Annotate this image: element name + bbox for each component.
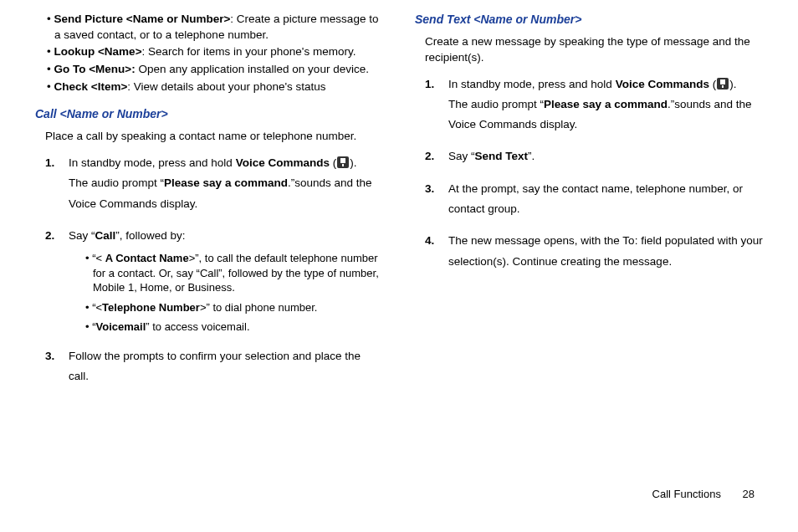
q: “< xyxy=(92,252,105,264)
term-lookup: Lookup <Name> xyxy=(54,45,141,58)
text: Say “ xyxy=(448,150,475,162)
svg-rect-4 xyxy=(720,79,725,84)
sendtext-steps: 1. In standby mode, press and hold Voice… xyxy=(415,74,763,272)
voice-commands-icon xyxy=(716,77,729,90)
term-send-picture: Send Picture <Name or Number> xyxy=(54,13,230,25)
text: The audio prompt “ xyxy=(448,98,544,110)
step-number: 3. xyxy=(425,179,434,199)
term: Telephone Number xyxy=(102,301,200,314)
step-3: 3. At the prompt, say the contact name, … xyxy=(448,179,763,220)
paren-close: ). xyxy=(729,78,736,90)
page-footer: Call Functions 28 xyxy=(652,488,755,500)
step-1: 1. In standby mode, press and hold Voice… xyxy=(448,74,763,136)
q: “< xyxy=(92,301,102,314)
command-text: Please say a command xyxy=(544,98,668,110)
term: Voicemail xyxy=(96,320,146,333)
rest: ” to access voicemail. xyxy=(146,320,249,333)
step-number: 3. xyxy=(45,346,54,366)
list-item: Send Picture <Name or Number>: Create a … xyxy=(47,12,383,43)
top-bullet-list: Send Picture <Name or Number>: Create a … xyxy=(35,12,383,95)
svg-rect-1 xyxy=(340,158,345,163)
voice-commands-label: Voice Commands xyxy=(236,156,330,169)
heading-send-text: Send Text <Name or Number> xyxy=(415,12,763,28)
call-steps: 1. In standby mode, press and hold Voice… xyxy=(35,153,383,387)
list-item: Go To <Menu>: Open any application insta… xyxy=(47,62,383,78)
heading-call: Call <Name or Number> xyxy=(35,106,383,122)
send-text-label: Send Text xyxy=(475,150,529,162)
lead-send-text: Create a new message by speaking the typ… xyxy=(425,34,763,65)
text: ”, followed by: xyxy=(115,229,185,242)
text: In standby mode, press and hold xyxy=(448,78,616,90)
term: A Contact Name xyxy=(105,252,189,264)
list-item: “Voicemail” to access voicemail. xyxy=(85,320,383,335)
step-number: 2. xyxy=(45,226,54,246)
term-check: Check <Item> xyxy=(54,80,127,93)
desc: : Search for items in your phone's memor… xyxy=(142,45,356,58)
list-item: “< A Contact Name>”, to call the default… xyxy=(85,251,383,295)
left-column: Send Picture <Name or Number>: Create a … xyxy=(35,10,383,399)
paren-open: ( xyxy=(330,156,336,169)
step-2: 2. Say “Send Text”. xyxy=(448,146,763,166)
right-column: Send Text <Name or Number> Create a new … xyxy=(415,10,763,399)
text: The audio prompt “ xyxy=(69,176,164,189)
step-3: 3. Follow the prompts to confirm your se… xyxy=(69,346,383,387)
text: In standby mode, press and hold xyxy=(69,156,236,169)
step-number: 2. xyxy=(425,146,434,166)
paren-close: ). xyxy=(350,156,356,169)
text: Follow the prompts to confirm your selec… xyxy=(69,350,361,382)
call-label: Call xyxy=(95,229,116,242)
voice-commands-icon xyxy=(336,156,350,169)
step-2: 2. Say “Call”, followed by: “< A Contact… xyxy=(69,226,383,335)
step-number: 1. xyxy=(45,153,54,173)
list-item: “<Telephone Number>” to dial phone numbe… xyxy=(85,300,383,315)
term-goto: Go To <Menu>: xyxy=(54,63,135,75)
lead-call: Place a call by speaking a contact name … xyxy=(45,129,383,145)
text: ”. xyxy=(528,150,535,162)
voice-commands-label: Voice Commands xyxy=(616,78,709,90)
svg-rect-5 xyxy=(722,85,724,88)
paren-open: ( xyxy=(709,78,716,90)
footer-section: Call Functions xyxy=(652,488,721,500)
page-content: Send Picture <Name or Number>: Create a … xyxy=(0,0,798,399)
footer-page-number: 28 xyxy=(743,488,755,500)
text: Say “ xyxy=(69,229,95,242)
call-sub-bullets: “< A Contact Name>”, to call the default… xyxy=(69,251,383,335)
step-4: 4. The new message opens, with the To: f… xyxy=(448,231,763,272)
command-text: Please say a command xyxy=(164,176,288,189)
svg-rect-2 xyxy=(342,164,344,166)
desc: Open any application installed on your d… xyxy=(136,63,369,75)
step-1: 1. In standby mode, press and hold Voice… xyxy=(69,153,383,214)
step-number: 1. xyxy=(425,74,434,95)
text: At the prompt, say the contact name, tel… xyxy=(448,182,743,215)
list-item: Check <Item>: View details about your ph… xyxy=(47,79,383,95)
list-item: Lookup <Name>: Search for items in your … xyxy=(47,44,383,60)
desc: : View details about your phone's status xyxy=(127,80,325,93)
step-number: 4. xyxy=(425,231,434,251)
rest: >” to dial phone number. xyxy=(200,301,318,314)
text: The new message opens, with the To: fiel… xyxy=(448,234,763,267)
